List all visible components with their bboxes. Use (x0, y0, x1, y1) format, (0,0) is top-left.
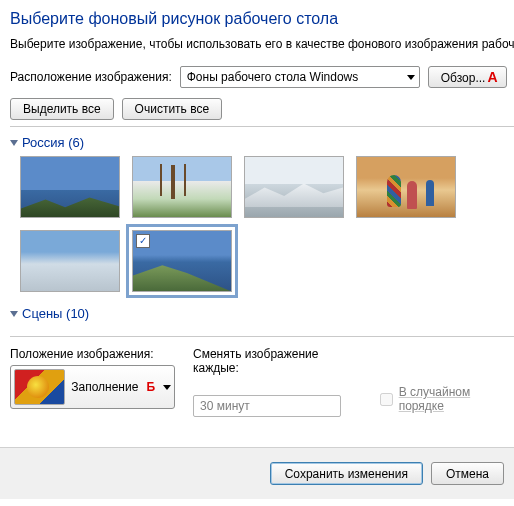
browse-button[interactable]: Обзор...А (428, 66, 507, 88)
wallpaper-thumb[interactable] (244, 156, 344, 218)
page-title: Выберите фоновый рисунок рабочего стола (10, 10, 514, 28)
position-preview-icon (14, 369, 65, 405)
save-button[interactable]: Сохранить изменения (270, 462, 423, 485)
wallpaper-thumb[interactable] (20, 230, 120, 292)
position-label: Положение изображения: (10, 347, 175, 361)
group-russia-header[interactable]: Россия (6) (10, 131, 514, 156)
footer: Сохранить изменения Отмена (0, 447, 514, 499)
clear-all-button[interactable]: Очистить все (122, 98, 222, 120)
group-scenes-header[interactable]: Сцены (10) (10, 302, 514, 327)
interval-select[interactable]: 30 минут (193, 395, 341, 417)
location-value: Фоны рабочего стола Windows (187, 70, 359, 84)
position-select[interactable]: Заполнение Б (10, 365, 175, 409)
wallpaper-thumb[interactable] (20, 156, 120, 218)
interval-label: Сменять изображение каждые: (193, 347, 362, 375)
cancel-button[interactable]: Отмена (431, 462, 504, 485)
annotation-a: А (487, 69, 497, 85)
location-label: Расположение изображения: (10, 70, 172, 84)
annotation-b: Б (146, 380, 155, 394)
shuffle-checkbox[interactable]: В случайном порядке (380, 381, 514, 417)
wallpaper-thumb[interactable] (132, 156, 232, 218)
wallpaper-thumb-selected[interactable] (132, 230, 232, 292)
chevron-down-icon (407, 75, 415, 80)
wallpaper-gallery: Россия (6) Сцены (10) (10, 126, 514, 332)
wallpaper-thumb[interactable] (356, 156, 456, 218)
shuffle-input[interactable] (380, 393, 393, 406)
page-description: Выберите изображение, чтобы использовать… (10, 36, 514, 52)
collapse-icon (10, 311, 18, 317)
location-select[interactable]: Фоны рабочего стола Windows (180, 66, 420, 88)
select-all-button[interactable]: Выделить все (10, 98, 114, 120)
chevron-down-icon (163, 385, 171, 390)
collapse-icon (10, 140, 18, 146)
